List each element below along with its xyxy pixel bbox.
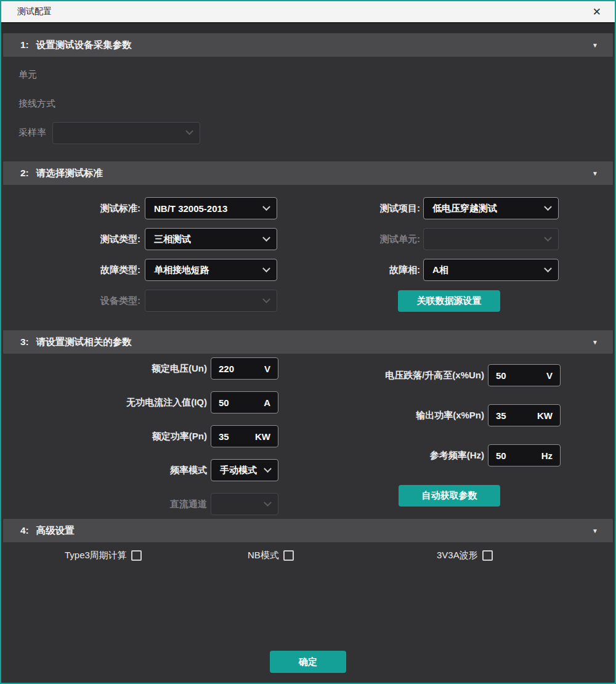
freq-mode-label: 频率模式 — [1, 465, 211, 476]
rated-power-unit: KW — [251, 431, 270, 442]
section4-content: Type3周期计算 NB模式 3V3A波形 — [1, 542, 615, 651]
data-source-settings-button[interactable]: 关联数据源设置 — [398, 290, 500, 312]
collapse-arrow-icon[interactable]: ▼ — [592, 339, 598, 346]
ref-freq-row: 参考频率(Hz) Hz — [309, 444, 616, 467]
collapse-arrow-icon[interactable]: ▼ — [592, 527, 598, 534]
nb-mode-checkbox[interactable] — [283, 550, 294, 561]
test-type-dropdown[interactable]: 三相测试 — [145, 228, 277, 250]
fault-phase-label: 故障相: — [277, 264, 420, 276]
nb-mode-label: NB模式 — [248, 550, 279, 561]
fault-row: 故障类型: 单相接地短路 故障相: A相 — [1, 254, 615, 285]
reactive-current-input[interactable] — [219, 397, 260, 408]
rated-voltage-row: 额定电压(Un) V — [1, 357, 309, 380]
voltage-sag-unit: V — [543, 370, 553, 381]
confirm-button[interactable]: 确定 — [270, 651, 346, 673]
standard-item-row: 测试标准: NB/T 32005-2013 测试项目: 低电压穿越测试 — [1, 193, 615, 224]
section3-title: 请设置测试相关的参数 — [36, 336, 132, 349]
chevron-down-icon — [185, 127, 193, 135]
test-item-label: 测试项目: — [277, 203, 420, 214]
section2-header[interactable]: 2: 请选择测试标准 ▼ — [3, 161, 613, 185]
section2-content: 测试标准: NB/T 32005-2013 测试项目: 低电压穿越测试 测试类型… — [1, 185, 615, 330]
sample-rate-label: 采样率 — [18, 127, 46, 139]
voltage-sag-inputbox[interactable]: V — [488, 364, 561, 386]
window-title: 测试配置 — [17, 6, 52, 17]
output-power-row: 输出功率(x%Pn) KW — [309, 404, 616, 427]
sample-rate-row: 采样率 — [1, 118, 615, 147]
title-bar: 测试配置 ✕ — [1, 1, 615, 23]
voltage-sag-input[interactable] — [496, 370, 543, 381]
section3-right-column: 电压跌落/升高至(x%Un) V 输出功率(x%Pn) KW 参考频率(Hz) … — [309, 364, 616, 524]
section2-number: 2: — [20, 168, 29, 179]
fault-type-value: 单相接地短路 — [154, 264, 209, 276]
section3-number: 3: — [20, 336, 29, 348]
rated-power-row: 额定功率(Pn) KW — [1, 425, 309, 447]
output-power-label: 输出功率(x%Pn) — [309, 410, 488, 421]
rated-power-label: 额定功率(Pn) — [1, 431, 211, 442]
ref-freq-unit: Hz — [538, 450, 553, 461]
waveform-3v3a-checkbox[interactable] — [482, 550, 493, 561]
auto-get-params-button[interactable]: 自动获取参数 — [399, 485, 500, 507]
ref-freq-inputbox[interactable]: Hz — [488, 444, 561, 466]
footer: 确定 — [1, 651, 615, 683]
ref-freq-label: 参考频率(Hz) — [309, 450, 488, 462]
collapse-arrow-icon[interactable]: ▼ — [592, 42, 598, 49]
voltage-sag-label: 电压跌落/升高至(x%Un) — [309, 370, 488, 381]
chevron-down-icon — [264, 499, 272, 507]
output-power-input[interactable] — [496, 410, 533, 421]
titlebar-gap — [1, 23, 615, 33]
output-power-unit: KW — [533, 410, 553, 421]
reactive-current-label: 无功电流注入值(IQ) — [1, 397, 211, 409]
ref-freq-input[interactable] — [496, 450, 538, 461]
fault-phase-dropdown[interactable]: A相 — [423, 259, 559, 281]
section1-title: 设置测试设备采集参数 — [36, 39, 132, 52]
sample-rate-dropdown — [52, 122, 200, 144]
chevron-down-icon — [262, 234, 270, 242]
rated-voltage-input[interactable] — [219, 364, 261, 374]
test-unit-dropdown — [423, 228, 559, 250]
test-type-label: 测试类型: — [1, 234, 140, 245]
device-type-row: 设备类型: 关联数据源设置 — [1, 285, 615, 316]
reactive-current-inputbox[interactable]: A — [211, 391, 278, 413]
rated-power-inputbox[interactable]: KW — [211, 425, 278, 447]
test-config-dialog: 测试配置 ✕ 1: 设置测试设备采集参数 ▼ 单元 接线方式 采样率 2: 请选… — [0, 0, 616, 684]
rated-voltage-unit: V — [261, 364, 270, 374]
chevron-down-icon — [264, 465, 272, 473]
section2-title: 请选择测试标准 — [36, 167, 103, 180]
waveform-3v3a-checkbox-group[interactable]: 3V3A波形 — [437, 550, 493, 561]
close-icon[interactable]: ✕ — [589, 6, 605, 18]
test-type-value: 三相测试 — [154, 234, 191, 245]
voltage-sag-row: 电压跌落/升高至(x%Un) V — [309, 364, 616, 387]
rated-voltage-inputbox[interactable]: V — [211, 357, 278, 380]
type-unit-row: 测试类型: 三相测试 测试单元: — [1, 224, 615, 254]
type3-cycle-checkbox[interactable] — [131, 550, 142, 561]
test-unit-label: 测试单元: — [277, 234, 420, 245]
section3-header[interactable]: 3: 请设置测试相关的参数 ▼ — [3, 330, 613, 354]
dc-channel-label: 直流通道 — [1, 499, 211, 510]
chevron-down-icon — [544, 203, 552, 211]
freq-mode-row: 频率模式 手动模式 — [1, 459, 309, 481]
reactive-current-row: 无功电流注入值(IQ) A — [1, 391, 309, 413]
waveform-3v3a-label: 3V3A波形 — [437, 550, 478, 561]
type3-cycle-label: Type3周期计算 — [65, 550, 127, 561]
collapse-arrow-icon[interactable]: ▼ — [592, 170, 598, 177]
output-power-inputbox[interactable]: KW — [488, 404, 561, 426]
chevron-down-icon — [262, 264, 270, 272]
auto-get-row: 自动获取参数 — [309, 484, 616, 507]
type3-cycle-checkbox-group[interactable]: Type3周期计算 — [65, 550, 142, 561]
nb-mode-checkbox-group[interactable]: NB模式 — [248, 550, 294, 561]
chevron-down-icon — [262, 203, 270, 211]
test-standard-dropdown[interactable]: NB/T 32005-2013 — [145, 197, 277, 219]
section1-header[interactable]: 1: 设置测试设备采集参数 ▼ — [3, 33, 613, 57]
wiring-label: 接线方式 — [18, 98, 55, 110]
unit-row: 单元 — [1, 60, 615, 89]
rated-voltage-label: 额定电压(Un) — [1, 363, 211, 375]
wiring-row: 接线方式 — [1, 89, 615, 118]
fault-type-dropdown[interactable]: 单相接地短路 — [145, 259, 277, 281]
rated-power-input[interactable] — [219, 431, 251, 442]
freq-mode-dropdown[interactable]: 手动模式 — [211, 459, 278, 481]
test-item-dropdown[interactable]: 低电压穿越测试 — [423, 197, 559, 219]
test-standard-value: NB/T 32005-2013 — [154, 203, 227, 214]
reactive-current-unit: A — [260, 397, 270, 408]
dc-channel-dropdown — [211, 493, 278, 515]
chevron-down-icon — [544, 264, 552, 272]
